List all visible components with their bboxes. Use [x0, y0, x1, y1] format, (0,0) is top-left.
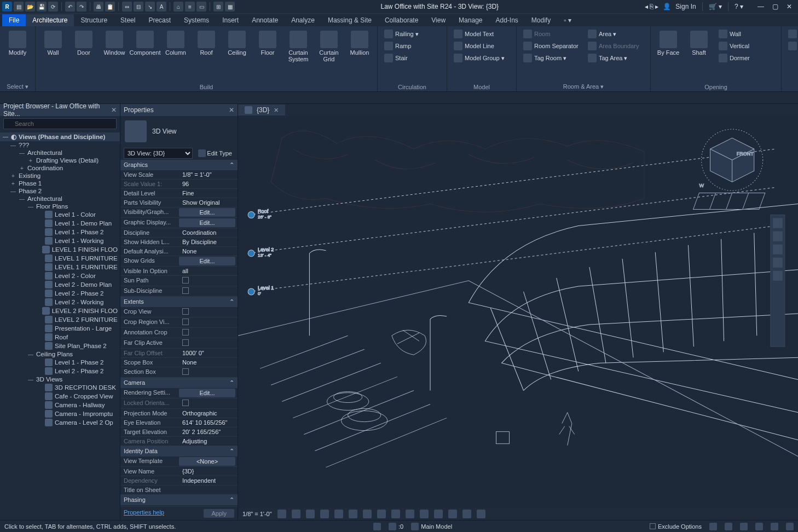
prop-value[interactable]	[179, 328, 238, 338]
expand-icon[interactable]: +	[19, 165, 25, 171]
tree-item[interactable]: —Ceiling Plans	[0, 350, 120, 358]
tab-collaborate[interactable]: Collaborate	[378, 14, 425, 26]
tree-item[interactable]: +Existing	[0, 172, 120, 180]
roof-button[interactable]: Roof	[193, 28, 219, 58]
dim-icon[interactable]: ⊟	[134, 2, 143, 11]
app-logo-icon[interactable]: R	[2, 2, 12, 11]
new-icon[interactable]: ▤	[14, 2, 24, 11]
checkbox[interactable]	[182, 339, 189, 346]
view-tab-3d[interactable]: {3D} ✕	[238, 105, 285, 115]
expand-icon[interactable]: +	[10, 173, 16, 179]
tab-file[interactable]: File	[2, 14, 26, 26]
tree-item[interactable]: Camera - Hallway	[0, 401, 120, 409]
switch-win-icon[interactable]: ⊞	[213, 2, 223, 11]
design-options-icon[interactable]	[389, 523, 396, 530]
modeltext-button[interactable]: Model Text	[452, 28, 512, 39]
sync-icon[interactable]: ⟳	[48, 2, 58, 11]
share-icon[interactable]: ◂ ⎘ ▸	[645, 3, 659, 10]
expand-icon[interactable]: —	[19, 196, 25, 202]
expand-icon[interactable]: —	[27, 351, 34, 357]
editable-only-icon[interactable]	[411, 523, 419, 530]
worksets-icon[interactable]	[373, 523, 381, 530]
highlight-icon[interactable]	[462, 510, 471, 518]
checkbox[interactable]	[182, 287, 189, 294]
shaft-button[interactable]: Shaft	[686, 28, 712, 58]
tree-item[interactable]: Level 2 - Color	[0, 271, 120, 280]
prop-group-phasing[interactable]: Phasing⌃	[120, 495, 238, 505]
prop-group-camera[interactable]: Camera⌃	[120, 378, 238, 388]
checkbox[interactable]	[182, 368, 189, 375]
tree-item[interactable]: LEVEL 2 FURNITURE	[0, 315, 120, 324]
tab-analyze[interactable]: Analyze	[285, 14, 321, 26]
tree-item[interactable]: —3D Views	[0, 375, 120, 383]
crop-view-icon[interactable]	[349, 510, 357, 518]
project-search-input[interactable]	[3, 118, 117, 129]
tree-item[interactable]: Level 2 - Phase 2	[0, 367, 120, 375]
tree-item[interactable]: LEVEL 1 FURNITURE	[0, 254, 120, 263]
sun-path-icon[interactable]	[306, 510, 315, 518]
tree-item[interactable]: +Drafting Views (Detail)	[0, 157, 120, 164]
prop-value[interactable]: Edit...	[179, 218, 235, 227]
drawing-canvas[interactable]: Roof 26' - 8" Level 2 13' - 4" Level 1 0…	[238, 116, 798, 508]
prop-value[interactable]	[179, 307, 238, 317]
prop-value[interactable]	[179, 317, 238, 327]
properties-help-link[interactable]: Properties help	[124, 509, 164, 518]
prop-value[interactable]: None	[179, 247, 238, 256]
tree-item[interactable]: Level 2 - Phase 2	[0, 289, 120, 298]
tree-item[interactable]: Level 1 - Working	[0, 236, 120, 245]
wall-button[interactable]: Wall	[716, 28, 777, 39]
maximize-icon[interactable]: ▢	[768, 2, 782, 11]
prop-value[interactable]: Edit...	[179, 257, 235, 265]
column-button[interactable]: Column	[163, 28, 189, 58]
tree-item[interactable]: 3D RECPTION DESK	[0, 383, 120, 392]
door-button[interactable]: Door	[71, 28, 97, 58]
open-icon[interactable]: 📂	[25, 2, 35, 11]
view-cube-icon[interactable]: ▦	[225, 2, 235, 11]
prop-value[interactable]	[179, 485, 238, 494]
prop-value[interactable]: Fine	[179, 189, 238, 198]
vertical-button[interactable]: Vertical	[716, 41, 777, 51]
railing-button[interactable]: Railing ▾	[382, 28, 442, 39]
tree-item[interactable]: +Coordination	[0, 164, 120, 172]
tree-item[interactable]: Cafe - Cropped View	[0, 392, 120, 401]
exclude-options-check[interactable]	[650, 523, 656, 529]
prop-value[interactable]: Edit...	[179, 208, 235, 217]
tree-item[interactable]: Level 2 - Working	[0, 298, 120, 307]
checkbox[interactable]	[182, 277, 189, 284]
prop-value[interactable]: Show Original	[179, 198, 238, 207]
tab-view[interactable]: View	[425, 14, 452, 26]
by-face-button[interactable]: By Face	[655, 28, 681, 58]
prop-value[interactable]: Orthographic	[179, 409, 238, 418]
component-button[interactable]: Component	[132, 28, 158, 58]
tab-architecture[interactable]: Architecture	[26, 14, 74, 26]
measure-icon[interactable]: 📋	[105, 2, 115, 11]
prop-group-graphics[interactable]: Graphics⌃	[120, 160, 238, 170]
tab-massingsite[interactable]: Massing & Site	[321, 14, 378, 26]
tree-item[interactable]: Level 1 - Demo Plan	[0, 219, 120, 228]
redo-icon[interactable]: ↷	[77, 2, 86, 11]
help-icon[interactable]: ? ▾	[735, 3, 743, 10]
temp-hide-icon[interactable]	[391, 510, 400, 518]
tree-item[interactable]: LEVEL 2 FINISH FLOO	[0, 307, 120, 315]
properties-close-icon[interactable]: ✕	[229, 106, 234, 114]
prop-value[interactable]	[179, 276, 238, 286]
tree-item[interactable]: +Phase 1	[0, 180, 120, 187]
instance-selector[interactable]: 3D View: {3D}	[124, 148, 193, 159]
prop-group-extents[interactable]: Extents⌃	[120, 297, 238, 307]
tab-addins[interactable]: Add-Ins	[489, 14, 524, 26]
prop-value[interactable]: 1/8" = 1'-0"	[179, 170, 238, 179]
modify-button[interactable]: Modify	[4, 28, 31, 58]
home-icon[interactable]: ⌂	[174, 2, 183, 11]
view-scale-label[interactable]: 1/8" = 1'-0"	[242, 511, 272, 517]
checkbox[interactable]	[182, 308, 189, 315]
roomseparator-button[interactable]: Room Separator	[521, 41, 581, 51]
ramp-button[interactable]: Ramp	[382, 41, 442, 51]
curtain-system-button[interactable]: Curtain System	[285, 28, 311, 65]
expand-icon[interactable]: +	[10, 181, 16, 187]
tree-item[interactable]: Camera - Impromptu	[0, 409, 120, 418]
analytical-icon[interactable]	[448, 510, 457, 518]
prop-value[interactable]: Coordination	[179, 228, 238, 237]
expand-icon[interactable]: +	[27, 158, 34, 164]
area-button[interactable]: Area ▾	[586, 28, 646, 39]
checkbox[interactable]	[182, 319, 189, 325]
